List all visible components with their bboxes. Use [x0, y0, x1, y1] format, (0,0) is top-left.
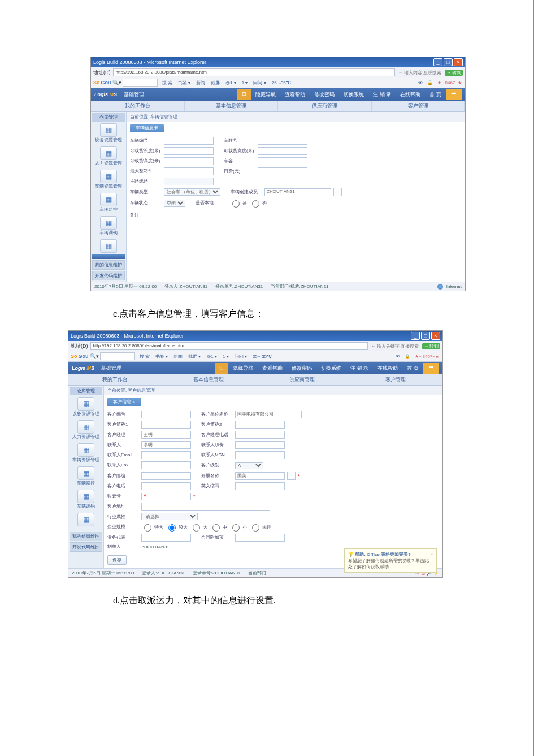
scale-opt-5[interactable]: 未详 [249, 522, 271, 532]
address-input[interactable]: http://192.168.20.2:8080/plats/mainframe… [90, 342, 368, 350]
menu-online-help[interactable]: 在线帮助 [373, 363, 402, 374]
menu-window-icon[interactable]: ⊡ [215, 363, 228, 374]
menu-window-icon[interactable]: ⊡ [237, 89, 251, 100]
inp-cust-name[interactable]: 国美电器有限公司 [235, 411, 302, 418]
tab-workbench[interactable]: 我的工作台 [91, 101, 185, 111]
tool-mail[interactable]: @1 ▾ [205, 354, 218, 359]
menu-switch[interactable]: 切换系统 [316, 363, 346, 374]
inp-acct[interactable]: A [141, 493, 191, 500]
sidebar-item-vehicle[interactable]: 车辆资源管理 [92, 168, 125, 191]
sidebar-item-monitor[interactable]: 车辆监控 [92, 191, 125, 214]
pay-lookup-icon[interactable]: … [287, 472, 296, 480]
sidebar-top[interactable]: 仓库管理 [92, 113, 125, 122]
inp-note[interactable] [164, 210, 289, 221]
radio-yes[interactable]: 是 [229, 198, 247, 208]
inp-cost[interactable] [258, 167, 307, 175]
sidebar-item-extra[interactable] [70, 511, 102, 528]
sidebar-item-equipment[interactable]: 设备资源管理 [92, 122, 125, 145]
sogou-search[interactable]: SoGou 🔍▾ [71, 352, 135, 360]
inp-contact-pos[interactable] [235, 441, 285, 449]
sel-nature[interactable]: -请选择- [141, 513, 198, 520]
sogou-search[interactable]: SoGou 🔍▾ [93, 79, 158, 87]
menu-hide-nav[interactable]: 隐藏导航 [228, 363, 258, 374]
sidebar-item-vehicle[interactable]: 车辆资源管理 [70, 442, 102, 465]
inp-agent[interactable] [141, 534, 191, 542]
sidebar-item-hr[interactable]: 人力资源管理 [70, 418, 102, 442]
tool-wenwen[interactable]: 问问 ▾ [252, 80, 267, 86]
tool-search[interactable]: 搜 索 [161, 80, 173, 86]
go-button[interactable]: → 转到 [422, 343, 440, 349]
tool-msg[interactable]: 1 ▾ [222, 354, 230, 359]
inp-ctel[interactable] [141, 482, 191, 490]
sogou-input[interactable] [100, 352, 135, 360]
sidebar-item-hr[interactable]: 人力资源管理 [92, 145, 125, 168]
inp-max[interactable] [164, 167, 214, 175]
inp-pay[interactable]: 国美 [235, 472, 285, 480]
inp-made[interactable]: ZHOUTIAN31 [264, 188, 331, 196]
tool-news[interactable]: 新闻 [172, 353, 184, 360]
sidebar-item-dispatch[interactable]: 车辆调钩 [92, 214, 125, 237]
menu-logout[interactable]: 注 销 录 [368, 89, 396, 100]
tool-msg[interactable]: 1 ▾ [241, 80, 249, 85]
scale-opt-4[interactable]: 小 [229, 522, 247, 532]
inp-msn[interactable] [235, 451, 285, 459]
tool-bookmark[interactable]: 书签 ▾ [154, 353, 169, 360]
tool-news[interactable]: 新闻 [195, 80, 206, 86]
inp-mail[interactable] [141, 472, 191, 480]
address-input[interactable]: http://192.168.20.2:8080/plats/mainframe… [113, 68, 395, 76]
inp-short1[interactable] [141, 421, 191, 429]
tab-supplier[interactable]: 供应商管理 [278, 101, 372, 111]
inp-route[interactable] [164, 178, 214, 185]
menu-switch[interactable]: 切换系统 [339, 89, 368, 100]
tool-weather[interactable]: 25~-35℃ [251, 354, 273, 359]
inp-bank-tel[interactable] [235, 431, 285, 439]
sidebar-link-devcode[interactable]: 开发代码维护 [70, 542, 102, 552]
save-button[interactable]: 保存 [107, 555, 127, 565]
inp-bank[interactable]: 王明 [141, 431, 191, 439]
tab-customer[interactable]: 客户管理 [372, 101, 466, 111]
tab-basic-info[interactable]: 基本信息管理 [185, 101, 279, 111]
tool-eye-icon[interactable]: 👁 [417, 80, 424, 85]
inp-cert-width[interactable] [258, 147, 307, 155]
tool-screenshot[interactable]: 截屏 ▾ [187, 353, 202, 360]
tool-weather[interactable]: 25~-35℃ [271, 80, 292, 85]
sidebar-link-myinfo[interactable]: 我的信息维护 [92, 260, 125, 270]
scale-opt-2[interactable]: 大 [190, 522, 207, 532]
assist-close-icon[interactable]: × [430, 551, 433, 556]
tab-customer[interactable]: 客户管理 [349, 374, 443, 385]
tool-eye-icon[interactable]: 👁 [394, 354, 401, 359]
tab-basic-info[interactable]: 基本信息管理 [162, 374, 256, 385]
tool-wenwen[interactable]: 问问 ▾ [233, 353, 248, 360]
inp-vehicle-no[interactable] [164, 137, 214, 145]
tool-rating[interactable]: ★~·8467~★ [436, 80, 463, 85]
tab-workbench[interactable]: 我的工作台 [68, 374, 162, 385]
go-button[interactable]: → 转到 [445, 70, 463, 76]
menu-help[interactable]: 查看帮助 [280, 89, 310, 100]
close-icon[interactable]: × [454, 58, 463, 66]
inp-cert-h[interactable] [164, 157, 214, 165]
sidebar-item-monitor[interactable]: 车辆监控 [70, 465, 102, 488]
inp-contact[interactable]: 李明 [141, 441, 191, 449]
inp-short2[interactable] [235, 421, 285, 429]
sidebar-top[interactable]: 仓库管理 [70, 387, 102, 395]
made-lookup-icon[interactable]: … [333, 188, 342, 196]
tool-search[interactable]: 搜 索 [138, 353, 151, 360]
menu-online-help[interactable]: 在线帮助 [396, 89, 425, 100]
menu-home[interactable]: 首 页 [425, 89, 446, 100]
sidebar-link-devcode[interactable]: 开发代码维护 [92, 271, 125, 280]
menu-password[interactable]: 修改密码 [310, 89, 339, 100]
tool-rating[interactable]: ★~·8467~★ [414, 354, 440, 359]
tab-supplier[interactable]: 供应商管理 [255, 374, 349, 385]
inp-cert-len[interactable] [164, 147, 214, 155]
tool-bookmark[interactable]: 书签 ▾ [177, 80, 192, 86]
tool-lock-icon[interactable]: 🔒 [403, 354, 411, 359]
menu-password[interactable]: 修改密码 [287, 363, 316, 374]
scale-opt-3[interactable]: 中 [210, 522, 227, 532]
sidebar-item-extra[interactable] [92, 237, 125, 254]
tool-mail[interactable]: @1 ▾ [224, 80, 237, 85]
menu-exit-icon[interactable]: ⮕ [423, 363, 439, 374]
tool-lock-icon[interactable]: 🔒 [426, 80, 434, 85]
tool-screenshot[interactable]: 截屏 [210, 80, 221, 86]
office-assistant[interactable]: 💡 帮助: Office 表格更加完美? × 希望您了解如何创建所需的功能? 单… [344, 548, 437, 573]
inp-box[interactable] [258, 157, 307, 165]
